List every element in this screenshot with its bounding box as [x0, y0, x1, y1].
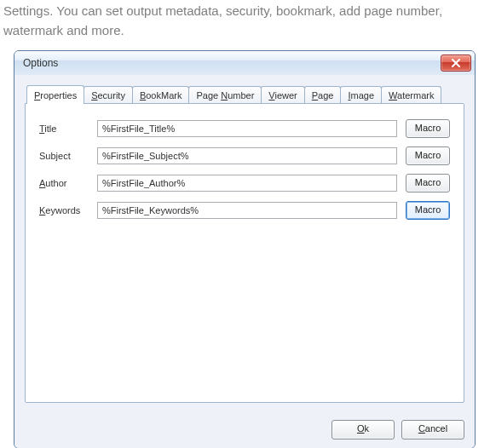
close-button[interactable] [441, 55, 471, 72]
tab-properties[interactable]: Properties [26, 85, 84, 104]
row-keywords: Keywords Macro [39, 201, 450, 220]
tab-watermark[interactable]: Watermark [381, 86, 441, 103]
cancel-button[interactable]: Cancel [401, 420, 464, 439]
page-description: Settings. You can set output metadata, s… [0, 0, 471, 50]
row-title: Title Macro [39, 119, 450, 138]
label-subject: Subject [39, 151, 97, 161]
keywords-input[interactable] [97, 202, 397, 219]
macro-button-title[interactable]: Macro [406, 119, 450, 138]
ok-button[interactable]: Ok [331, 420, 395, 439]
close-icon [452, 59, 460, 67]
row-subject: Subject Macro [39, 146, 450, 165]
label-title: Title [39, 123, 97, 134]
tabstrip: Properties Security BookMark Page Number… [26, 85, 464, 103]
tab-page-number[interactable]: Page Number [188, 86, 262, 103]
macro-button-subject[interactable]: Macro [406, 146, 450, 165]
tab-viewer[interactable]: Viewer [261, 86, 304, 103]
options-window: Options Properties Security BookMark Pag… [14, 50, 476, 448]
titlebar: Options [14, 51, 475, 76]
client-area: Properties Security BookMark Page Number… [14, 75, 475, 448]
title-input[interactable] [97, 120, 397, 137]
label-keywords: Keywords [39, 205, 97, 215]
properties-form: Title Macro Subject Macro Author Macro K… [26, 104, 464, 220]
tab-bookmark[interactable]: BookMark [132, 86, 190, 103]
tab-image[interactable]: Image [340, 86, 382, 103]
dialog-footer: Ok Cancel [331, 420, 464, 439]
macro-button-keywords[interactable]: Macro [406, 201, 450, 220]
subject-input[interactable] [97, 147, 397, 164]
macro-button-author[interactable]: Macro [406, 174, 450, 192]
row-author: Author Macro [39, 174, 450, 192]
tab-page[interactable]: Page [304, 86, 342, 103]
window-title: Options [23, 51, 58, 75]
tab-security[interactable]: Security [84, 86, 133, 103]
author-input[interactable] [97, 175, 397, 192]
label-author: Author [39, 178, 97, 188]
tab-body: Title Macro Subject Macro Author Macro K… [25, 103, 464, 403]
